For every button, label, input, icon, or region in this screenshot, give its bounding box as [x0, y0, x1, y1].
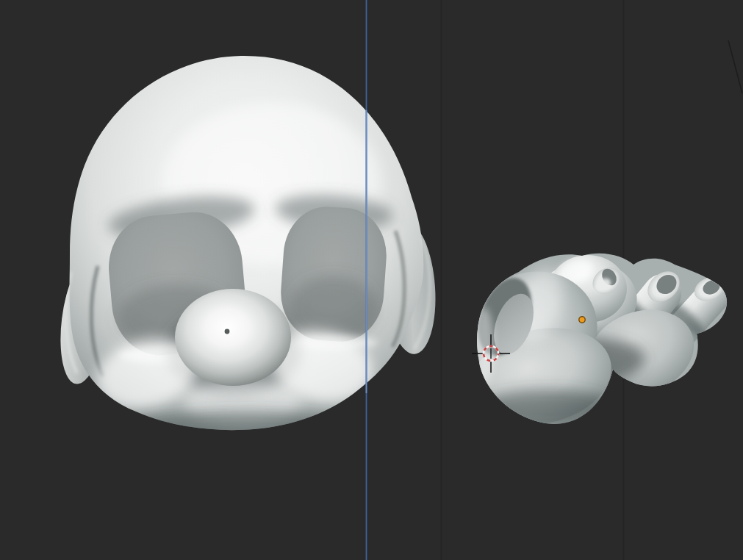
origin-point-dot: [579, 317, 585, 323]
nose: [175, 289, 291, 386]
viewport-window: [0, 0, 743, 560]
viewport-canvas[interactable]: [0, 0, 743, 560]
nose-tip-dot: [225, 329, 230, 334]
